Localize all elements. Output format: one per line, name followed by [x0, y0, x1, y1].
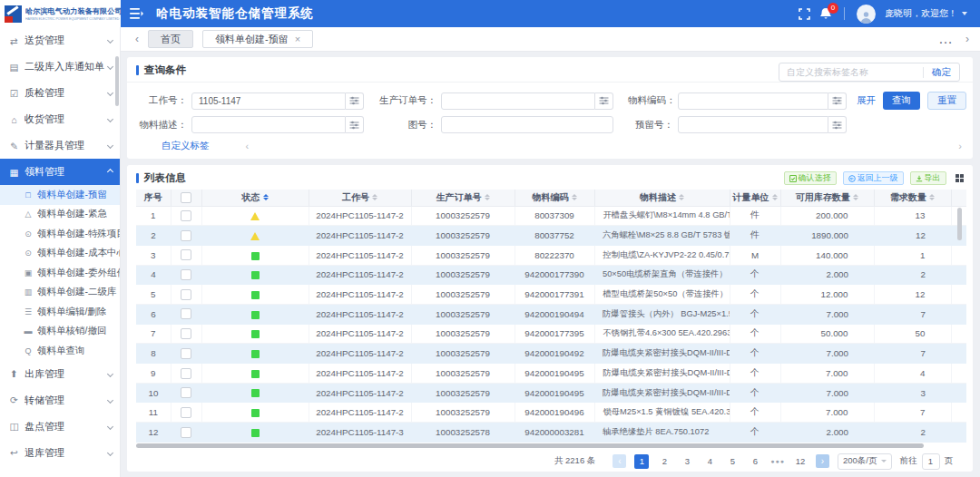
- custom-search-tag-input[interactable]: [779, 67, 923, 77]
- column-header[interactable]: 可用库存数量: [780, 190, 874, 206]
- sidebar-subitem[interactable]: ▣ 领料单创建-委外组件: [0, 263, 120, 283]
- filter-options-icon[interactable]: [828, 92, 847, 110]
- sidebar-item-material-requisition[interactable]: ▦ 领料管理: [0, 159, 120, 185]
- row-checkbox[interactable]: [181, 308, 191, 319]
- pagination-page-6[interactable]: 6: [748, 454, 762, 469]
- sidebar-item[interactable]: ⌂ 收货管理: [0, 106, 120, 132]
- sort-icon[interactable]: [572, 194, 577, 200]
- table-row[interactable]: 5 2024HPC1105-1147-2 10003252579 9420001…: [136, 285, 966, 305]
- column-header[interactable]: 物料编码: [514, 190, 594, 206]
- query-input[interactable]: [191, 92, 346, 110]
- table-row[interactable]: 3 2024HPC1105-1147-2 10003252579 8022237…: [136, 245, 966, 265]
- sidebar-item[interactable]: ↩ 退库管理: [0, 440, 120, 466]
- search-button[interactable]: 查询: [883, 92, 920, 110]
- query-input[interactable]: [441, 92, 595, 110]
- sidebar-subitem[interactable]: △ 领料单创建-紧急: [0, 205, 120, 225]
- custom-tag-link[interactable]: 自定义标签: [162, 140, 210, 152]
- query-input[interactable]: [678, 116, 828, 133]
- sidebar-subitem[interactable]: ⊙ 领料单创建-成本中心: [0, 244, 120, 264]
- sidebar-subitem[interactable]: Q 领料单查询: [0, 341, 120, 361]
- select-all-checkbox[interactable]: [181, 192, 191, 203]
- table-vertical-scrollbar[interactable]: [957, 208, 962, 240]
- sort-icon[interactable]: [485, 194, 490, 200]
- sidebar-item[interactable]: ▤ 二级库入库通知单: [0, 54, 120, 80]
- tag-scroll-left-icon[interactable]: ‹: [246, 141, 250, 151]
- query-input[interactable]: [678, 92, 828, 110]
- sidebar-item[interactable]: ⟳ 转储管理: [0, 387, 120, 414]
- pagination-ellipsis[interactable]: ●●●: [770, 458, 785, 464]
- tab-home[interactable]: 首页: [148, 30, 193, 48]
- tab-scroll-right-icon[interactable]: ›: [965, 33, 969, 45]
- column-header[interactable]: 工作号: [309, 190, 411, 206]
- sort-icon[interactable]: [929, 194, 935, 200]
- pagination-page-2[interactable]: 2: [657, 454, 671, 469]
- table-row[interactable]: 1 2024HPC1105-1147-2 10003252579 8003730…: [136, 206, 966, 226]
- row-checkbox[interactable]: [181, 348, 191, 359]
- menu-collapse-icon[interactable]: [130, 8, 143, 19]
- row-checkbox[interactable]: [181, 387, 191, 398]
- row-checkbox[interactable]: [181, 328, 191, 339]
- table-row[interactable]: 8 2024HPC1105-1147-2 10003252579 9420001…: [136, 344, 966, 364]
- sidebar-item[interactable]: ◫ 盘点管理: [0, 414, 120, 440]
- confirm-tag-button[interactable]: 确定: [924, 66, 959, 79]
- sort-icon[interactable]: [372, 194, 377, 200]
- pagination-page-12[interactable]: 12: [793, 454, 808, 469]
- sort-icon[interactable]: [263, 194, 269, 200]
- table-row[interactable]: 11 2024HPC1105-1147-2 10003252579 942000…: [136, 403, 966, 423]
- table-row[interactable]: 7 2024HPC1105-1147-2 10003252579 9420001…: [136, 324, 966, 344]
- sidebar-subitem[interactable]: ☰ 领料单编辑/删除: [0, 302, 120, 322]
- filter-options-icon[interactable]: [346, 116, 364, 133]
- sidebar-item[interactable]: ⬆ 出库管理: [0, 361, 120, 387]
- tab-more-icon[interactable]: …: [938, 31, 953, 47]
- pagination-page-4[interactable]: 4: [702, 454, 717, 469]
- row-checkbox[interactable]: [181, 210, 191, 221]
- sidebar-scrollbar[interactable]: [115, 56, 119, 106]
- table-row[interactable]: 2 2024HPC1105-1147-2 10003252579 8003775…: [136, 226, 966, 246]
- filter-options-icon[interactable]: [828, 116, 847, 133]
- column-header[interactable]: 生产订单号: [411, 190, 514, 206]
- sort-icon[interactable]: [679, 194, 684, 200]
- column-header[interactable]: 序号: [136, 190, 171, 206]
- reset-button[interactable]: 重置: [927, 92, 966, 110]
- confirm-select-button[interactable]: 确认选择: [784, 171, 837, 185]
- sidebar-subitem[interactable]: ▥ 领料单创建-二级库: [0, 283, 120, 303]
- tab-active[interactable]: 领料单创建-预留 ×: [202, 30, 313, 48]
- filter-options-icon[interactable]: [346, 92, 364, 110]
- row-checkbox[interactable]: [181, 230, 191, 241]
- sort-icon[interactable]: [853, 194, 858, 200]
- row-checkbox[interactable]: [181, 427, 191, 438]
- row-checkbox[interactable]: [181, 269, 191, 280]
- goto-page-input[interactable]: [922, 453, 940, 470]
- pagination-page-1[interactable]: 1: [634, 454, 649, 469]
- row-checkbox[interactable]: [181, 249, 191, 260]
- table-row[interactable]: 10 2024HPC1105-1147-2 10003252579 942000…: [136, 383, 966, 403]
- tag-scroll-right-icon[interactable]: ›: [958, 141, 962, 151]
- table-row[interactable]: 9 2024HPC1105-1147-2 10003252579 9420001…: [136, 364, 966, 384]
- sidebar-subitem[interactable]: ⊙ 领料单创建-特殊项目: [0, 224, 120, 244]
- pagination-page-3[interactable]: 3: [680, 454, 694, 469]
- row-checkbox[interactable]: [181, 407, 191, 418]
- row-checkbox[interactable]: [181, 368, 191, 379]
- column-header[interactable]: 计量单位: [730, 190, 780, 206]
- export-button[interactable]: 导出: [910, 171, 946, 185]
- table-row[interactable]: 12 2024HPC1105-1147-3 10003252578 942000…: [136, 423, 966, 443]
- column-header[interactable]: 需求数量: [874, 190, 951, 206]
- column-settings-icon[interactable]: [956, 174, 965, 183]
- sidebar-item[interactable]: ✎ 计量器具管理: [0, 132, 120, 159]
- avatar[interactable]: [857, 5, 876, 24]
- back-up-level-button[interactable]: 返回上一级: [843, 171, 904, 185]
- tab-scroll-left-icon[interactable]: ‹: [135, 33, 139, 45]
- sidebar-subitem[interactable]: ▬ 领料单核销/撤回: [0, 322, 120, 342]
- sort-icon[interactable]: [772, 194, 778, 200]
- notification-bell-icon[interactable]: 0: [819, 7, 832, 21]
- table-row[interactable]: 4 2024HPC1105-1147-2 10003252579 9420001…: [136, 265, 966, 285]
- user-greeting[interactable]: 庞晓明，欢迎您！: [885, 7, 967, 20]
- table-row[interactable]: 6 2024HPC1105-1147-2 10003252579 9420001…: [136, 304, 966, 324]
- page-size-select[interactable]: 200条/页: [838, 453, 892, 470]
- tab-close-icon[interactable]: ×: [295, 34, 300, 44]
- row-checkbox[interactable]: [181, 289, 191, 300]
- pagination-prev-icon[interactable]: ‹: [612, 454, 626, 468]
- expand-link[interactable]: 展开: [857, 94, 876, 107]
- column-header[interactable]: 状态: [201, 190, 309, 206]
- pagination-next-icon[interactable]: ›: [816, 454, 829, 468]
